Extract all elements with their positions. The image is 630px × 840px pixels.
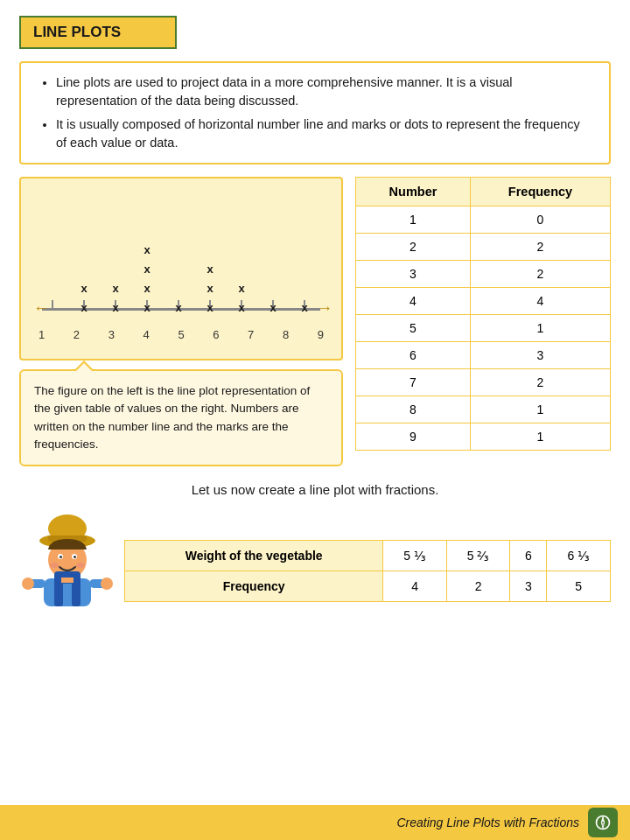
x-mark: x: [301, 301, 307, 314]
x-mark: x: [270, 301, 276, 314]
x-mark: x: [238, 282, 244, 295]
farmer-character: [19, 506, 116, 602]
table-row: 81: [356, 396, 611, 424]
x-mark: x: [80, 282, 87, 295]
fraction-table-wrap: Weight of the vegetable5 ⅓5 ⅔66 ⅓Frequen…: [124, 540, 611, 602]
svg-rect-14: [61, 578, 74, 583]
fraction-table: Weight of the vegetable5 ⅓5 ⅔66 ⅓Frequen…: [124, 540, 611, 602]
table-row: 63: [356, 342, 611, 369]
table-row: 10: [356, 206, 611, 234]
footer-icon: [588, 808, 618, 837]
x-mark: x: [144, 301, 150, 314]
svg-marker-20: [601, 816, 604, 822]
freq-table-body: 102232445163728191: [356, 206, 611, 451]
x-mark: x: [206, 282, 213, 295]
page-title: LINE PLOTS: [19, 16, 177, 49]
middle-section: ←→xxxxxxxxxxxxxxxx 123456789 The figure …: [19, 177, 611, 466]
x-mark: x: [206, 262, 213, 276]
table-row: 72: [356, 369, 611, 396]
fraction-row-frequency: Frequency4235: [125, 571, 611, 602]
lineplot-area: ←→xxxxxxxxxxxxxxxx 123456789 The figure …: [19, 177, 343, 466]
x-mark: x: [144, 282, 150, 295]
bullet-2: It is usually composed of horizontal num…: [56, 116, 593, 152]
freq-header-frequency: Frequency: [471, 178, 611, 206]
x-mark: x: [80, 301, 87, 314]
fraction-row-weight: Weight of the vegetable5 ⅓5 ⅔66 ⅓: [125, 541, 611, 571]
table-row: 44: [356, 288, 611, 315]
bullet-1: Line plots are used to project data in a…: [56, 74, 593, 110]
table-row: 22: [356, 234, 611, 261]
bullet-box: Line plots are used to project data in a…: [19, 61, 611, 164]
tick-labels: 123456789: [30, 326, 332, 341]
footer-bar: Creating Line Plots with Fractions: [0, 805, 630, 840]
x-mark: x: [144, 262, 150, 276]
freq-header-number: Number: [356, 178, 471, 206]
compass-icon: [594, 814, 612, 831]
frequency-header: Frequency: [125, 571, 383, 602]
fraction-prompt: Let us now create a line plot with fract…: [19, 482, 611, 497]
lineplot-box: ←→xxxxxxxxxxxxxxxx 123456789: [19, 177, 343, 360]
fraction-table-body: Weight of the vegetable5 ⅓5 ⅔66 ⅓Frequen…: [125, 541, 611, 602]
plot-canvas: ←→xxxxxxxxxxxxxxxx: [30, 191, 332, 326]
freq-table-wrap: Number Frequency 102232445163728191: [355, 177, 611, 451]
x-mark: x: [144, 243, 150, 256]
table-row: 32: [356, 261, 611, 288]
svg-point-7: [74, 556, 76, 558]
x-mark: x: [238, 301, 244, 314]
x-mark: x: [206, 301, 213, 314]
fraction-area: Weight of the vegetable5 ⅓5 ⅔66 ⅓Frequen…: [19, 506, 611, 602]
svg-point-18: [101, 578, 113, 590]
x-mark: x: [112, 301, 118, 314]
frequency-table: Number Frequency 102232445163728191: [355, 177, 611, 451]
svg-point-9: [76, 563, 85, 568]
svg-point-6: [60, 556, 62, 558]
footer-text: Creating Line Plots with Fractions: [396, 816, 579, 830]
table-row: 51: [356, 315, 611, 342]
x-mark: x: [112, 282, 118, 295]
bottom-section: Let us now create a line plot with fract…: [19, 479, 611, 602]
svg-marker-21: [601, 822, 604, 829]
table-row: 91: [356, 424, 611, 451]
x-mark: x: [175, 301, 181, 314]
description-bubble: The figure on the left is the line plot …: [19, 369, 343, 466]
weight-header: Weight of the vegetable: [125, 541, 383, 571]
svg-point-8: [50, 563, 59, 568]
svg-point-17: [22, 578, 34, 590]
